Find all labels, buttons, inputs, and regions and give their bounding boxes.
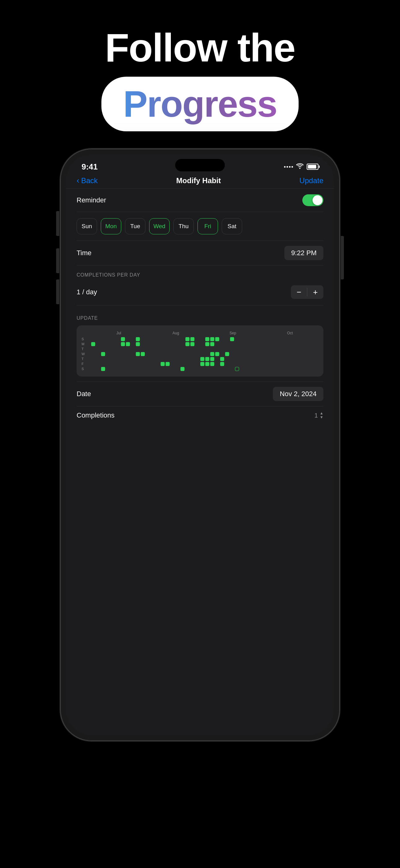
grid-cell-26-5 [215, 362, 219, 366]
reminder-toggle[interactable] [302, 194, 324, 206]
grid-cell-10-4 [136, 357, 140, 361]
nav-title: Modify Habit [176, 176, 221, 185]
reminder-row: Reminder [76, 189, 324, 212]
hero-progress-text: Progress [123, 84, 277, 124]
day-wed[interactable]: Wed [149, 218, 170, 235]
grid-col-13 [151, 337, 155, 371]
grid-cell-16-2 [166, 347, 170, 351]
grid-cell-26-6 [215, 367, 219, 371]
grid-cell-10-1 [136, 342, 140, 346]
day-thu[interactable]: Thu [173, 218, 194, 235]
grid-cell-26-1 [215, 342, 219, 346]
grid-cell-0-6 [86, 367, 90, 371]
day-label-col: S M T W T F S [81, 337, 85, 371]
grid-cell-6-0 [116, 337, 120, 341]
grid-cell-11-4 [141, 357, 145, 361]
grid-cell-9-6 [131, 367, 135, 371]
grid-cell-20-5 [186, 362, 190, 366]
update-button[interactable]: Update [300, 176, 324, 185]
grid-col-4 [106, 337, 110, 371]
grid-cell-18-4 [175, 357, 179, 361]
grid-cell-16-5 [166, 362, 170, 366]
grid-cell-24-5 [205, 362, 209, 366]
signal-icon [284, 166, 293, 168]
completions-stepper-small[interactable]: 1 ▲ ▼ [314, 411, 324, 420]
grid-cell-29-2 [230, 347, 234, 351]
grid-cell-14-0 [156, 337, 160, 341]
grid-cell-24-4 [205, 357, 209, 361]
grid-cell-15-5 [161, 362, 165, 366]
day-sun[interactable]: Sun [76, 218, 97, 235]
grid-cell-27-6 [220, 367, 224, 371]
grid-cell-0-5 [86, 362, 90, 366]
grid-cell-8-3 [126, 352, 130, 356]
grid-col-17 [171, 337, 174, 371]
grid-cell-2-3 [96, 352, 100, 356]
grid-col-2 [96, 337, 100, 371]
grid-cell-2-5 [96, 362, 100, 366]
grid-col-25 [210, 337, 214, 371]
grid-cell-18-2 [175, 347, 179, 351]
grid-cell-30-2 [235, 347, 239, 351]
date-picker[interactable]: Nov 2, 2024 [273, 387, 324, 401]
grid-cell-11-0 [141, 337, 145, 341]
habit-grid-container: Jul Aug Sep Oct S M T W [76, 326, 324, 377]
day-label-f: F [81, 362, 85, 366]
hero-progress-pill: Progress [101, 77, 299, 131]
phone-outer-frame: 9:41 [61, 149, 339, 741]
day-mon[interactable]: Mon [101, 218, 121, 235]
grid-cell-7-3 [121, 352, 125, 356]
grid-cell-15-2 [161, 347, 165, 351]
grid-cell-22-5 [195, 362, 199, 366]
day-sat[interactable]: Sat [222, 218, 242, 235]
month-jul: Jul [90, 331, 147, 335]
grid-cell-16-0 [166, 337, 170, 341]
time-picker[interactable]: 9:22 PM [284, 246, 324, 260]
grid-cell-9-4 [131, 357, 135, 361]
grid-cell-5-0 [111, 337, 115, 341]
grid-cell-30-3 [235, 352, 239, 356]
grid-cell-18-1 [175, 342, 179, 346]
grid-cell-30-5 [235, 362, 239, 366]
grid-cell-23-2 [200, 347, 204, 351]
grid-cell-23-6 [200, 367, 204, 371]
grid-cell-25-2 [210, 347, 214, 351]
grid-cell-28-3 [225, 352, 229, 356]
grid-cell-7-5 [121, 362, 125, 366]
stepper-minus-button[interactable]: − [291, 285, 307, 299]
day-tue[interactable]: Tue [125, 218, 145, 235]
grid-cell-15-3 [161, 352, 165, 356]
wifi-icon [296, 163, 304, 171]
stepper-plus-button[interactable]: + [307, 285, 324, 299]
dynamic-island [175, 159, 225, 172]
grid-cell-26-2 [215, 347, 219, 351]
back-button[interactable]: ‹ Back [76, 176, 98, 185]
grid-cell-28-5 [225, 362, 229, 366]
grid-cell-29-3 [230, 352, 234, 356]
grid-cell-10-3 [136, 352, 140, 356]
grid-cell-23-3 [200, 352, 204, 356]
grid-cell-12-2 [146, 347, 150, 351]
grid-col-30 [235, 337, 239, 371]
grid-cell-13-3 [151, 352, 155, 356]
grid-cell-18-5 [175, 362, 179, 366]
grid-cell-20-0 [186, 337, 190, 341]
grid-cell-17-5 [171, 362, 174, 366]
grid-cell-13-2 [151, 347, 155, 351]
grid-cell-23-5 [200, 362, 204, 366]
habit-grid-cols [86, 337, 319, 371]
grid-cell-3-0 [101, 337, 105, 341]
update-section: UPDATE Jul Aug Sep Oct [76, 306, 324, 428]
back-chevron-icon: ‹ [76, 176, 79, 185]
day-label-t2: T [81, 357, 85, 361]
grid-cell-29-5 [230, 362, 234, 366]
hero-follow-text: Follow the [105, 25, 295, 70]
month-oct: Oct [261, 331, 319, 335]
grid-cell-14-6 [156, 367, 160, 371]
grid-cell-13-0 [151, 337, 155, 341]
date-row: Date Nov 2, 2024 [76, 381, 324, 406]
battery-icon [307, 164, 319, 170]
grid-cell-4-0 [106, 337, 110, 341]
day-fri[interactable]: Fri [198, 218, 218, 235]
grid-cell-4-5 [106, 362, 110, 366]
